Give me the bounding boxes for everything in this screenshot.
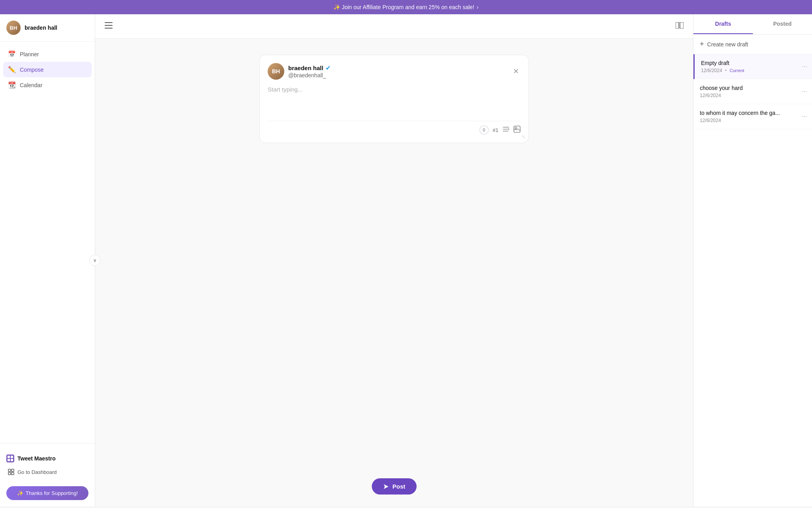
go-dashboard-label: Go to Dashboard (17, 469, 57, 475)
verified-icon: ✔ (326, 64, 331, 72)
support-btn-label: Thanks for Supporting! (26, 490, 78, 496)
svg-rect-10 (105, 28, 113, 29)
sidebar-item-label: Planner (20, 51, 39, 57)
tab-posted[interactable]: Posted (753, 14, 812, 34)
close-button[interactable]: ✕ (511, 65, 521, 77)
draft-meta-row: 12/6/2024 • Current (701, 68, 744, 73)
calendar-icon: 📆 (8, 81, 16, 89)
draft-more-button[interactable]: ··· (802, 88, 807, 95)
draft-more-button[interactable]: ··· (802, 63, 807, 70)
sidebar-bottom: Tweet Maestro Go to Dashboard ✨ Thanks f… (0, 443, 95, 506)
sidebar-item-planner[interactable]: 📅 Planner (3, 46, 92, 62)
post-button-area: Post (372, 478, 417, 495)
chevron-down-icon: ∨ (93, 258, 97, 263)
support-button[interactable]: ✨ Thanks for Supporting! (6, 486, 88, 500)
draft-title: Empty draft (701, 60, 806, 66)
tweet-name-block: braeden hall ✔ (288, 64, 331, 72)
tweet-user-info: BH braeden hall ✔ @braedenhall_ (268, 63, 331, 80)
compose-icon: ✏️ (8, 66, 16, 73)
post-button[interactable]: Post (372, 478, 417, 495)
draft-title: choose your hard (700, 85, 806, 91)
draft-item[interactable]: choose your hard 12/6/2024 ··· (693, 79, 812, 104)
planner-icon: 📅 (8, 50, 16, 58)
avatar: BH (6, 21, 21, 35)
sidebar-item-label: Calendar (20, 82, 42, 88)
svg-rect-3 (11, 459, 13, 461)
thread-icon[interactable] (502, 126, 509, 134)
draft-current-badge: Current (730, 68, 744, 73)
sidebar: BH braeden hall 📅 Planner ✏️ Compose 📆 C… (0, 14, 95, 506)
char-count: 0 (479, 125, 489, 135)
draft-date: 12/6/2024 (701, 68, 722, 73)
sidebar-toggle-button[interactable] (103, 21, 114, 32)
svg-rect-2 (8, 459, 10, 461)
svg-rect-1 (11, 456, 13, 458)
banner-text: ✨ Join our Affiliate Program and earn 25… (333, 4, 474, 10)
create-new-draft-button[interactable]: + Create new draft (693, 34, 812, 54)
panel-tabs: Drafts Posted (693, 14, 812, 34)
main-toolbar (95, 14, 693, 39)
tweet-card-header: BH braeden hall ✔ @braedenhall_ ✕ (268, 63, 521, 80)
sidebar-collapse-button[interactable]: ∨ (89, 255, 100, 266)
send-icon (383, 483, 389, 490)
user-name: braeden hall (25, 25, 57, 31)
dashboard-icon (8, 469, 14, 475)
draft-meta: 12/6/2024 • Current (701, 68, 806, 73)
tweet-card: BH braeden hall ✔ @braedenhall_ ✕ ⤡ (259, 55, 529, 143)
image-icon[interactable] (513, 126, 521, 134)
tweet-number: #1 (493, 127, 498, 133)
tab-drafts[interactable]: Drafts (693, 14, 753, 34)
banner-chevron: › (477, 4, 479, 10)
post-btn-label: Post (393, 483, 406, 490)
layout-toggle-button[interactable] (674, 21, 685, 32)
svg-rect-8 (105, 22, 113, 23)
svg-rect-6 (8, 472, 11, 475)
sidebar-item-compose[interactable]: ✏️ Compose (3, 62, 92, 77)
sidebar-header: BH braeden hall (0, 14, 95, 42)
go-to-dashboard-button[interactable]: Go to Dashboard (6, 466, 88, 478)
svg-rect-7 (11, 472, 14, 475)
svg-rect-0 (8, 456, 10, 458)
tweet-card-footer: 0 #1 (268, 121, 521, 135)
draft-title: to whom it may concern the ga... (700, 110, 806, 116)
draft-item[interactable]: Empty draft 12/6/2024 • Current ··· (693, 54, 812, 79)
tweet-maestro-label: Tweet Maestro (6, 455, 88, 462)
maestro-icon (6, 455, 14, 462)
draft-date: 12/6/2024 (700, 93, 721, 98)
tweet-maestro-text: Tweet Maestro (17, 455, 56, 462)
compose-area: BH braeden hall ✔ @braedenhall_ ✕ ⤡ (95, 39, 693, 506)
tweet-handle: @braedenhall_ (288, 72, 326, 78)
sidebar-item-calendar[interactable]: 📆 Calendar (3, 77, 92, 93)
draft-more-button[interactable]: ··· (802, 113, 807, 120)
tweet-maestro-section: Tweet Maestro Go to Dashboard (6, 450, 88, 483)
sparkle-icon: ✨ (17, 490, 23, 496)
draft-date: 12/6/2024 (700, 118, 721, 123)
plus-icon: + (700, 40, 704, 48)
resize-handle: ⤡ (521, 134, 525, 139)
draft-item[interactable]: to whom it may concern the ga... 12/6/20… (693, 104, 812, 129)
create-draft-label: Create new draft (707, 41, 749, 48)
separator: • (724, 68, 728, 73)
tweet-avatar: BH (268, 63, 284, 80)
svg-rect-4 (8, 469, 11, 472)
svg-rect-12 (680, 22, 684, 29)
right-panel: Drafts Posted + Create new draft Empty d… (693, 14, 812, 506)
main-content: BH braeden hall ✔ @braedenhall_ ✕ ⤡ (95, 14, 693, 506)
draft-meta: 12/6/2024 (700, 93, 806, 98)
svg-rect-9 (105, 25, 113, 26)
draft-meta: 12/6/2024 (700, 118, 806, 123)
affiliate-banner[interactable]: ✨ Join our Affiliate Program and earn 25… (0, 0, 812, 14)
drafts-list: Empty draft 12/6/2024 • Current ··· choo… (693, 54, 812, 506)
svg-rect-5 (11, 469, 14, 472)
tweet-textarea[interactable] (268, 84, 521, 116)
tab-posted-label: Posted (773, 21, 792, 27)
svg-rect-11 (676, 22, 679, 29)
tab-drafts-label: Drafts (715, 21, 731, 27)
tweet-name: braeden hall (288, 65, 323, 71)
sidebar-nav: 📅 Planner ✏️ Compose 📆 Calendar (0, 42, 95, 443)
sidebar-item-label: Compose (20, 67, 44, 73)
